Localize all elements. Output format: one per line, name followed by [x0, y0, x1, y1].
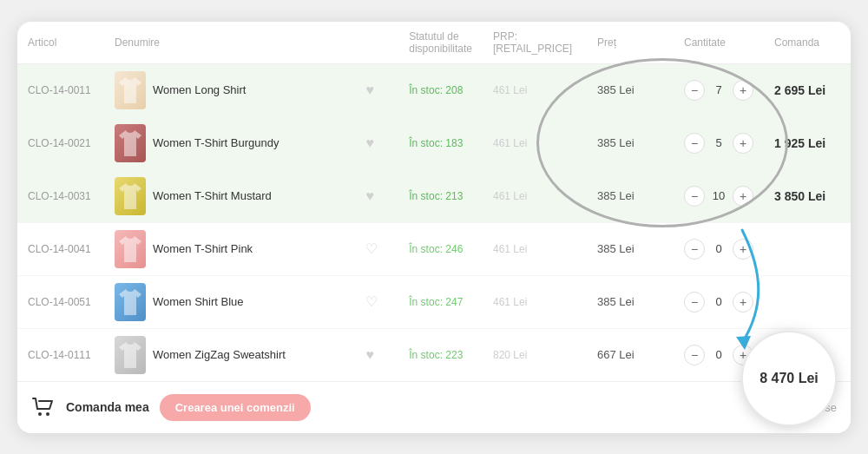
product-name: Women T-Shirt Mustard: [153, 189, 272, 202]
product-table: Articol Denumire Statutul de disponibili…: [17, 22, 851, 381]
qty-decrease-button[interactable]: −: [684, 292, 705, 313]
price: 385 Lei: [587, 222, 674, 275]
qty-decrease-button[interactable]: −: [684, 80, 705, 101]
qty-increase-button[interactable]: +: [733, 239, 753, 260]
article-code: CLO-14-0111: [17, 328, 104, 381]
quantity-cell: − 7 +: [674, 63, 764, 116]
product-name-cell: Women T-Shirt Mustard: [104, 169, 355, 222]
product-thumbnail: [115, 230, 146, 268]
footer: Comanda mea Crearea unei comenzii 22 pro…: [17, 381, 851, 433]
product-name-cell: Women Shirt Blue: [104, 275, 355, 328]
quantity-cell: − 0 +: [674, 222, 764, 275]
heart-cell[interactable]: ♥: [355, 63, 398, 116]
col-qty: Cantitate: [674, 22, 764, 64]
article-code: CLO-14-0021: [17, 116, 104, 169]
qty-increase-button[interactable]: +: [733, 80, 753, 101]
qty-decrease-button[interactable]: −: [684, 345, 705, 365]
qty-control: − 10 +: [684, 186, 753, 207]
qty-value: 10: [710, 189, 727, 202]
order-total: 2 695 Lei: [764, 63, 851, 116]
heart-cell[interactable]: ♥: [355, 328, 398, 381]
product-name: Women Long Shirt: [153, 83, 246, 96]
heart-icon[interactable]: ♡: [365, 294, 378, 309]
product-thumbnail: [115, 71, 146, 109]
svg-point-1: [38, 412, 42, 416]
product-name-cell: Women Long Shirt: [104, 63, 355, 116]
col-article: Articol: [17, 22, 104, 64]
my-order-label: Comanda mea: [66, 400, 149, 414]
rrp-price: 461 Lei: [483, 222, 587, 275]
product-name-cell: Women ZigZag Sweatshirt: [104, 328, 355, 381]
heart-icon[interactable]: ♥: [365, 188, 374, 203]
order-total: 1 925 Lei: [764, 116, 851, 169]
qty-decrease-button[interactable]: −: [684, 186, 705, 207]
price: 385 Lei: [587, 169, 674, 222]
svg-point-2: [46, 412, 49, 416]
create-order-button[interactable]: Crearea unei comenzii: [160, 394, 311, 421]
qty-control: − 0 +: [684, 292, 753, 313]
order-total: 3 850 Lei: [764, 169, 851, 222]
qty-decrease-button[interactable]: −: [684, 239, 705, 260]
article-code: CLO-14-0031: [17, 169, 104, 222]
table-header: Articol Denumire Statutul de disponibili…: [17, 22, 851, 64]
stock-status: În stoc: 223: [398, 328, 483, 381]
rrp-price: 461 Lei: [483, 63, 587, 116]
product-table-wrapper: Articol Denumire Statutul de disponibili…: [17, 22, 851, 381]
heart-icon[interactable]: ♥: [365, 82, 374, 97]
table-row: CLO-14-0051 Women Shirt Blue ♡În stoc: 2…: [17, 275, 851, 328]
table-row: CLO-14-0111 Women ZigZag Sweatshirt ♥În …: [17, 328, 851, 381]
product-name-cell: Women T-Shirt Pink: [104, 222, 355, 275]
rrp-price: 461 Lei: [483, 169, 587, 222]
heart-cell[interactable]: ♡: [355, 275, 398, 328]
stock-status: În stoc: 247: [398, 275, 483, 328]
table-body: CLO-14-0011 Women Long Shirt ♥În stoc: 2…: [17, 63, 851, 381]
product-name: Women Shirt Blue: [153, 295, 244, 308]
heart-icon[interactable]: ♡: [365, 241, 378, 256]
table-row: CLO-14-0031 Women T-Shirt Mustard ♥În st…: [17, 169, 851, 222]
col-order: Comanda: [764, 22, 851, 64]
qty-decrease-button[interactable]: −: [684, 133, 705, 154]
qty-control: − 0 +: [684, 239, 753, 260]
order-total: [764, 222, 851, 275]
product-thumbnail: [115, 336, 146, 374]
qty-increase-button[interactable]: +: [733, 186, 753, 207]
qty-control: − 0 +: [684, 345, 753, 365]
total-price-badge: 8 470 Lei: [741, 331, 837, 426]
qty-value: 5: [710, 136, 727, 149]
heart-icon[interactable]: ♥: [365, 135, 374, 150]
heart-cell[interactable]: ♡: [355, 222, 398, 275]
qty-value: 0: [710, 295, 727, 308]
col-stock: Statutul de disponibilitate: [398, 22, 483, 64]
article-code: CLO-14-0041: [17, 222, 104, 275]
qty-increase-button[interactable]: +: [733, 133, 753, 154]
qty-value: 0: [710, 242, 727, 255]
product-thumbnail: [115, 124, 146, 162]
product-thumbnail: [115, 283, 146, 321]
heart-cell[interactable]: ♥: [355, 116, 398, 169]
price: 385 Lei: [587, 275, 674, 328]
col-name: Denumire: [104, 22, 398, 64]
stock-status: În stoc: 208: [398, 63, 483, 116]
col-price: Preț: [587, 22, 674, 64]
footer-left: Comanda mea Crearea unei comenzii: [31, 394, 311, 421]
quantity-cell: − 10 +: [674, 169, 764, 222]
product-name: Women ZigZag Sweatshirt: [153, 348, 286, 361]
stock-status: În stoc: 183: [398, 116, 483, 169]
heart-icon[interactable]: ♥: [365, 347, 374, 362]
stock-status: În stoc: 213: [398, 169, 483, 222]
qty-increase-button[interactable]: +: [733, 292, 753, 313]
table-row: CLO-14-0011 Women Long Shirt ♥În stoc: 2…: [17, 63, 851, 116]
rrp-price: 461 Lei: [483, 275, 587, 328]
qty-control: − 7 +: [684, 80, 753, 101]
qty-control: − 5 +: [684, 133, 753, 154]
qty-value: 7: [710, 83, 727, 96]
product-name: Women T-Shirt Burgundy: [153, 136, 279, 149]
quantity-cell: − 0 +: [674, 275, 764, 328]
rrp-price: 820 Lei: [483, 328, 587, 381]
table-row: CLO-14-0041 Women T-Shirt Pink ♡În stoc:…: [17, 222, 851, 275]
qty-value: 0: [710, 348, 727, 361]
table-row: CLO-14-0021 Women T-Shirt Burgundy ♥În s…: [17, 116, 851, 169]
product-name: Women T-Shirt Pink: [153, 242, 253, 255]
product-thumbnail: [115, 177, 146, 215]
heart-cell[interactable]: ♥: [355, 169, 398, 222]
